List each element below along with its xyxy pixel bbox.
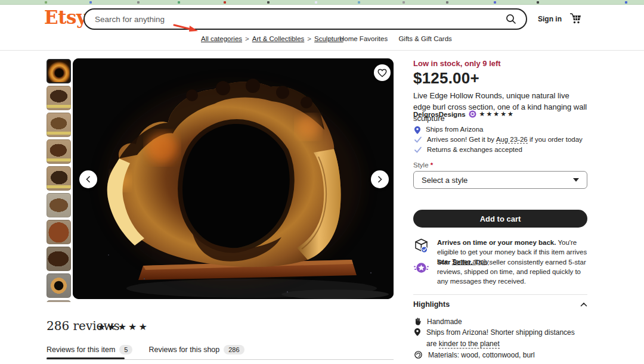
search-input[interactable] [95, 15, 504, 24]
reviews-item-count-badge: 5 [119, 345, 132, 354]
seller-rating-stars: ★★★★★ [479, 110, 515, 118]
price: $125.00+ [413, 69, 479, 88]
add-to-cart-button[interactable]: Add to cart [413, 210, 587, 228]
highlight-handmade: Handmade [414, 316, 586, 328]
breadcrumb-separator: > [307, 35, 311, 42]
highlights-title: Highlights [413, 300, 450, 309]
browser-bookmarks-strip [0, 0, 644, 5]
star-seller-icon [413, 260, 429, 276]
product-title: Live Edge Hollow Rounds, unique natural … [413, 90, 589, 125]
returns-row: Returns & exchanges accepted [414, 146, 522, 153]
check-icon [414, 136, 422, 143]
arrives-text: Arrives soon! Get it by Aug 23-26 if you… [427, 136, 583, 143]
highlight-shipping: Ships from Arizona! Shorter shipping dis… [414, 327, 586, 349]
thumbnail-2[interactable] [47, 86, 71, 110]
highlights-header[interactable]: Highlights [413, 300, 587, 309]
style-select[interactable]: Select a style [413, 171, 587, 189]
header-divider [0, 50, 644, 51]
secondary-nav: Home Favorites Gifts & Gift Cards [339, 35, 452, 42]
etsy-logo[interactable]: Etsy [44, 7, 86, 28]
thumbnail-4[interactable] [47, 139, 71, 164]
chevron-right-icon [376, 176, 383, 183]
star-seller-badge-icon [469, 110, 476, 118]
search-bar[interactable] [83, 8, 527, 30]
thumbnail-6[interactable] [47, 193, 71, 217]
etsy-product-page: Etsy Sign in All categories>Art & Collec… [0, 0, 644, 364]
search-icon[interactable] [504, 13, 518, 26]
highlight-handmade-text: Handmade [427, 316, 462, 328]
tab-reviews-item[interactable]: Reviews for this item 5 [47, 345, 132, 354]
next-image-button[interactable] [371, 170, 389, 188]
location-pin-icon [414, 328, 420, 336]
seller-link[interactable]: DelgrosDesigns [413, 111, 466, 118]
materials-icon [414, 351, 422, 359]
required-asterisk: * [431, 161, 433, 169]
thumbnail-3[interactable] [47, 113, 71, 137]
location-pin-icon [414, 126, 420, 134]
cart-icon[interactable] [569, 12, 582, 25]
breadcrumb-art-collectibles[interactable]: Art & Collectibles [252, 35, 305, 42]
breadcrumb: All categories>Art & Collectibles>Sculpt… [201, 35, 343, 42]
hand-icon [414, 318, 421, 325]
stock-alert: Low in stock, only 9 left [413, 59, 501, 68]
reviews-tabs: Reviews for this item 5 Reviews for this… [47, 345, 244, 354]
thumbnail-5[interactable] [47, 166, 71, 191]
returns-text: Returns & exchanges accepted [427, 146, 522, 153]
caret-down-icon [573, 178, 579, 182]
package-protection-icon [413, 238, 429, 254]
heart-icon [377, 69, 387, 77]
arrives-row: Arrives soon! Get it by Aug 23-26 if you… [414, 136, 583, 143]
check-icon [414, 147, 422, 153]
kinder-planet-link[interactable]: kinder to the planet [439, 340, 500, 349]
style-label: Style * [413, 161, 433, 169]
sign-in-button[interactable]: Sign in [538, 15, 562, 23]
tab-reviews-shop[interactable]: Reviews for this shop 286 [148, 345, 244, 354]
nav-home-favorites[interactable]: Home Favorites [339, 35, 388, 42]
thumbnail-1[interactable] [47, 59, 71, 83]
nav-gifts[interactable]: Gifts & Gift Cards [398, 35, 451, 42]
thumbnail-9[interactable] [47, 273, 71, 298]
style-select-value: Select a style [422, 176, 467, 185]
chevron-left-icon [85, 176, 92, 183]
thumbnail-8[interactable] [47, 247, 71, 271]
thumbnail-7[interactable] [47, 220, 71, 244]
delivery-date: Aug 23-26 [496, 136, 528, 144]
highlight-shipping-text: Ships from Arizona! Shorter shipping dis… [426, 327, 586, 349]
ships-from-text: Ships from Arizona [426, 126, 484, 133]
reviews-shop-count-badge: 286 [224, 345, 244, 354]
breadcrumb-all-categories[interactable]: All categories [201, 35, 242, 42]
highlight-materials: Materials: wood, cottonwood, burl [414, 350, 586, 361]
highlights-divider [413, 294, 587, 295]
previous-image-button[interactable] [79, 170, 97, 188]
star-seller-text: Star Seller. This seller consistently ea… [437, 258, 589, 287]
nav-dot-separator [329, 39, 331, 41]
chevron-up-icon[interactable] [580, 302, 587, 307]
tabs-baseline [47, 359, 394, 360]
seller-row: DelgrosDesigns ★★★★★ [413, 110, 515, 118]
highlight-materials-text: Materials: wood, cottonwood, burl [428, 350, 535, 361]
favorite-button[interactable] [374, 64, 391, 81]
ships-from-row: Ships from Arizona [414, 126, 484, 134]
breadcrumb-separator: > [245, 35, 249, 42]
reviews-stars: ★★★★★ [97, 321, 149, 332]
product-photo[interactable] [73, 58, 394, 299]
thumbnail-strip [47, 59, 71, 302]
thumbnail-10[interactable] [47, 300, 71, 302]
